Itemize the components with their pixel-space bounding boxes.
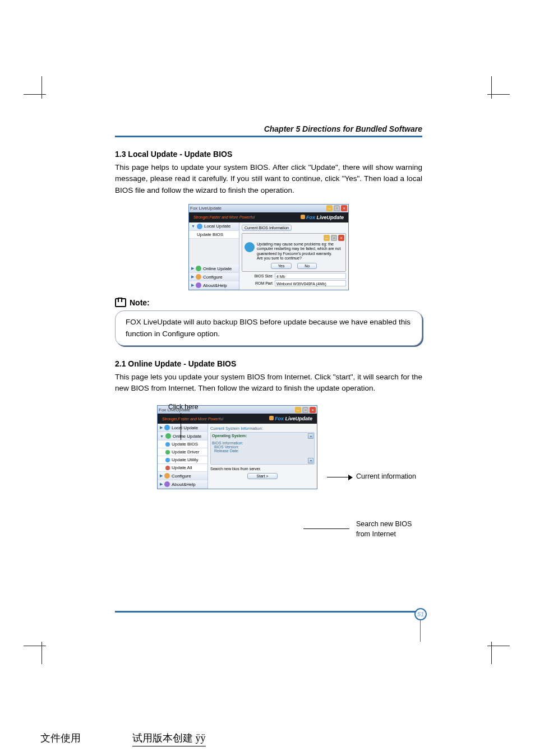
bios-size-label: BIOS Size (242, 274, 273, 278)
bios-info-label: BIOS Information: (212, 441, 313, 445)
sidebar-item-update-utility[interactable]: Update Utility (158, 456, 207, 464)
sidebar-item-configure[interactable]: ▶Configure (158, 472, 207, 480)
bios-size-row: BIOS Size 4 Mb (242, 273, 346, 279)
sidebar-item-label: Configure (203, 275, 223, 280)
app-banner: Stronger,Faster and More Powerful Fox Li… (189, 212, 348, 222)
sidebar-item-online-update[interactable]: ▶Online Update (189, 265, 239, 273)
close-icon[interactable]: × (341, 205, 347, 211)
start-button[interactable]: Start > (247, 473, 278, 479)
app-slogan: Stronger,Faster and More Powerful (162, 417, 223, 421)
sidebar-item-update-driver[interactable]: Update Driver (158, 448, 207, 456)
app-main: Current BIOS Information – ▢ × Updating … (239, 222, 348, 290)
gear-icon (164, 473, 170, 479)
chip-icon (165, 442, 170, 447)
window-title: Fox LiveUpdate (190, 206, 222, 211)
minimize-icon[interactable]: – (295, 407, 301, 413)
sidebar-item-label: Online Update (173, 434, 201, 439)
chevron-right-icon: ▶ (160, 482, 163, 486)
chevron-right-icon: ▶ (191, 283, 194, 287)
sidebar-item-local-update[interactable]: ▼Local Update (189, 222, 239, 231)
sidebar-item-label: Online Update (203, 266, 232, 271)
bottom-left-text: 文件使用 (40, 731, 81, 745)
maximize-icon[interactable]: ▢ (302, 407, 308, 413)
page-number-badge: 51 (414, 608, 427, 620)
dialog-text: Updating may cause some problems eg: the… (257, 242, 340, 256)
section-1-title: 1.3 Local Update - Update BIOS (115, 150, 422, 159)
section-1-body: This page helps to update your system BI… (115, 162, 422, 196)
sidebar-item-about-help[interactable]: ▶About&Help (189, 281, 239, 290)
page-number: 51 (417, 611, 424, 618)
section-2-body: This page lets you update your system BI… (115, 372, 422, 395)
crop-mark (24, 94, 46, 95)
crop-mark (41, 76, 42, 99)
sidebar-item-label: Update All (172, 465, 192, 470)
titlebar: Fox LiveUpdate – ▢ × (189, 205, 348, 212)
sidebar-item-label: About&Help (203, 283, 227, 288)
fox-icon (301, 215, 305, 219)
figure-2: Click here Fox LiveUpdate – ▢ × Stronger… (115, 405, 422, 489)
app-window: Fox LiveUpdate – ▢ × Stronger,Faster and… (188, 204, 349, 291)
sidebar-item-update-all[interactable]: Update All (158, 464, 207, 472)
tab-current-bios[interactable]: Current BIOS Information (242, 225, 292, 231)
globe-icon (196, 266, 201, 271)
folder-icon (164, 425, 170, 430)
crop-mark (41, 642, 42, 664)
update-all-icon (165, 466, 170, 470)
chapter-header: Chapter 5 Directions for Bundled Softwar… (115, 124, 422, 137)
close-icon[interactable]: × (310, 407, 316, 413)
folder-icon (197, 224, 202, 229)
maximize-icon[interactable]: ▢ (334, 205, 340, 211)
maximize-icon[interactable]: ▢ (331, 235, 337, 241)
scroll-up-icon[interactable]: ▴ (308, 433, 313, 439)
crop-mark (491, 76, 492, 99)
sidebar-item-online-update[interactable]: ▼Online Update (158, 432, 207, 440)
info-icon (245, 242, 255, 252)
system-info-box: Operating System: BIOS Information: BIOS… (210, 432, 315, 465)
minimize-icon[interactable]: – (326, 205, 333, 211)
main-heading: Current System Information: (210, 426, 315, 431)
note-icon (115, 298, 126, 307)
minimize-icon[interactable]: – (324, 235, 330, 241)
app-brand: Fox LiveUpdate (301, 215, 344, 220)
no-button[interactable]: No (297, 263, 317, 269)
close-icon[interactable]: × (338, 235, 344, 241)
yes-button[interactable]: Yes (271, 263, 292, 269)
app-banner: Stronger,Faster and More Powerful Fox Li… (158, 414, 317, 424)
help-icon (164, 481, 170, 487)
chevron-right-icon: ▶ (160, 425, 163, 430)
note-box: FOX LiveUpdate will auto backup BIOS bef… (115, 310, 422, 346)
sidebar-nav: ▼Local Update Update BIOS ▶Online Update… (189, 222, 239, 290)
app-slogan: Stronger,Faster and More Powerful (193, 215, 255, 219)
sidebar-item-configure[interactable]: ▶Configure (189, 273, 239, 281)
bottom-mid-text: 试用版本创建 ÿÿ (132, 731, 206, 746)
chevron-down-icon: ▼ (191, 224, 195, 228)
sidebar-item-label: Update BIOS (197, 232, 223, 237)
rom-part-value: Winbond W39V040FA (4Mb) (275, 280, 346, 286)
callout-line (181, 413, 181, 440)
sidebar-item-label: Local Update (172, 425, 198, 430)
dialog-prompt: Are you sure to continue? (257, 256, 302, 260)
sidebar-item-about-help[interactable]: ▶About&Help (158, 480, 207, 489)
callout-line (327, 477, 349, 477)
app-main: Current System Information: Operating Sy… (208, 424, 317, 489)
crop-mark (491, 642, 492, 664)
note-label-text: Note: (130, 298, 150, 307)
decorative-line (420, 620, 421, 642)
sidebar-item-label: Update BIOS (172, 442, 198, 447)
crop-mark (487, 94, 510, 95)
sidebar-item-update-bios[interactable]: Update BIOS (158, 440, 207, 448)
sidebar-item-update-bios[interactable]: Update BIOS (189, 231, 239, 239)
scroll-down-icon[interactable]: ▾ (308, 458, 313, 463)
release-date-label: Release Date: (212, 449, 313, 453)
crop-mark (487, 646, 510, 646)
sidebar-item-local-update[interactable]: ▶Local Update (158, 424, 207, 432)
sidebar-item-label: Update Utility (172, 457, 199, 462)
section-2-title: 2.1 Online Update - Update BIOS (115, 359, 422, 368)
figure-1: Fox LiveUpdate – ▢ × Stronger,Faster and… (115, 204, 422, 291)
warning-dialog: – ▢ × Updating may cause some problems e… (242, 233, 346, 272)
callout-current-info: Current information (356, 472, 416, 480)
driver-icon (165, 450, 170, 454)
search-label: Search new bios from server. (210, 467, 315, 471)
help-icon (196, 282, 201, 288)
sidebar-item-label: Local Update (204, 224, 230, 229)
